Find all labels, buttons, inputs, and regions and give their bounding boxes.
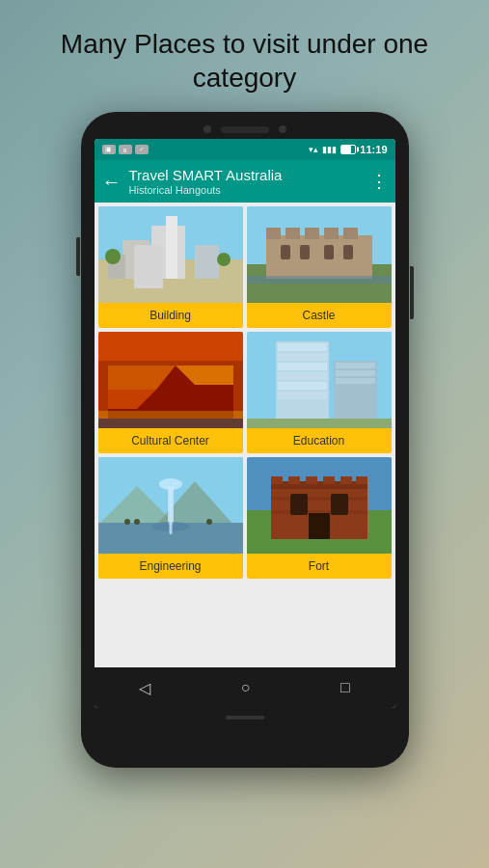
svg-rect-65 — [356, 476, 367, 484]
toolbar-title-group: Travel SMART Australia Historical Hangou… — [129, 167, 370, 196]
svg-rect-15 — [305, 228, 319, 239]
status-left-icons: ▣ a ✓ — [102, 145, 149, 154]
education-image — [247, 332, 392, 428]
svg-rect-22 — [247, 276, 392, 284]
fort-label: Fort — [247, 554, 392, 579]
svg-rect-38 — [278, 392, 327, 399]
power-button — [410, 266, 414, 319]
screen: ▣ a ✓ ▾▴ ▮▮▮ 11:19 ← Travel SMART Austra… — [95, 139, 395, 708]
svg-rect-67 — [331, 494, 348, 515]
castle-image — [247, 206, 392, 303]
engineering-label: Engineering — [98, 554, 243, 579]
svg-point-49 — [159, 478, 182, 490]
check-icon: ✓ — [135, 145, 149, 154]
app-subtitle: Historical Hangouts — [129, 184, 370, 196]
svg-rect-18 — [281, 245, 290, 259]
sensor — [279, 125, 286, 133]
sim-icon: ▣ — [102, 145, 116, 154]
grid-item-fort[interactable]: Fort — [247, 457, 392, 579]
cultural-image — [98, 332, 243, 428]
svg-rect-48 — [168, 486, 174, 525]
svg-rect-30 — [98, 419, 243, 428]
svg-rect-68 — [309, 513, 330, 539]
svg-rect-58 — [271, 497, 367, 501]
svg-rect-29 — [98, 411, 243, 419]
svg-rect-41 — [336, 370, 375, 376]
building-label: Building — [98, 303, 243, 328]
svg-rect-21 — [343, 245, 353, 259]
svg-rect-34 — [278, 353, 327, 361]
svg-rect-20 — [324, 245, 334, 259]
svg-rect-40 — [336, 363, 375, 368]
svg-rect-63 — [323, 476, 335, 484]
svg-point-8 — [136, 257, 148, 268]
earpiece — [221, 126, 269, 133]
grid-item-education[interactable]: Education — [247, 332, 392, 453]
svg-rect-66 — [290, 494, 308, 515]
building-image — [98, 206, 243, 303]
svg-point-51 — [124, 519, 130, 525]
svg-rect-33 — [278, 343, 327, 351]
svg-rect-39 — [334, 361, 377, 423]
front-camera — [204, 125, 211, 133]
svg-rect-36 — [278, 372, 327, 380]
svg-rect-64 — [340, 476, 352, 484]
phone-top-decor — [91, 125, 399, 133]
svg-rect-13 — [266, 228, 281, 239]
recent-nav-button[interactable]: □ — [340, 679, 350, 696]
svg-rect-4 — [122, 240, 149, 279]
status-right-icons: ▾▴ ▮▮▮ 11:19 — [309, 144, 387, 155]
svg-rect-5 — [195, 245, 219, 279]
more-options-button[interactable]: ⋮ — [370, 171, 388, 192]
svg-rect-14 — [285, 228, 300, 239]
grid-item-building[interactable]: Building — [98, 206, 243, 328]
grid-item-engineering[interactable]: Engineering — [98, 457, 243, 579]
page-headline: Many Places to visit under one category — [0, 27, 489, 95]
svg-point-52 — [134, 519, 140, 525]
navigation-bar: ◁ ○ □ — [95, 667, 395, 708]
svg-rect-3 — [166, 216, 177, 279]
status-time: 11:19 — [360, 144, 387, 155]
svg-rect-62 — [306, 476, 317, 484]
status-bar: ▣ a ✓ ▾▴ ▮▮▮ 11:19 — [95, 139, 395, 160]
svg-rect-57 — [271, 481, 367, 489]
content-area: Building — [95, 203, 395, 667]
wifi-icon: ▾▴ — [309, 145, 318, 154]
svg-rect-43 — [247, 419, 392, 428]
battery-icon — [340, 145, 356, 154]
engineering-image — [98, 457, 243, 554]
signal-icon: ▮▮▮ — [322, 145, 337, 154]
svg-point-7 — [105, 249, 121, 264]
svg-rect-61 — [288, 476, 300, 484]
svg-rect-37 — [278, 382, 327, 390]
home-nav-button[interactable]: ○ — [241, 679, 251, 696]
svg-point-9 — [217, 253, 231, 266]
svg-rect-35 — [278, 363, 327, 370]
app-toolbar: ← Travel SMART Australia Historical Hang… — [95, 160, 395, 203]
education-label: Education — [247, 428, 392, 453]
svg-point-50 — [151, 522, 190, 531]
svg-rect-60 — [271, 476, 283, 484]
grid-item-cultural[interactable]: Cultural Center — [98, 332, 243, 453]
svg-rect-47 — [98, 523, 243, 554]
phone-bottom-decor — [226, 716, 264, 719]
cultural-label: Cultural Center — [98, 428, 243, 453]
back-button[interactable]: ← — [102, 171, 122, 193]
back-nav-button[interactable]: ◁ — [139, 679, 150, 697]
svg-rect-19 — [300, 245, 310, 259]
svg-point-53 — [206, 519, 212, 525]
phone-shell: ▣ a ✓ ▾▴ ▮▮▮ 11:19 ← Travel SMART Austra… — [81, 112, 409, 768]
castle-label: Castle — [247, 303, 392, 328]
volume-button — [76, 237, 80, 276]
svg-rect-17 — [343, 228, 358, 239]
svg-rect-16 — [324, 228, 339, 239]
svg-rect-42 — [336, 378, 375, 384]
places-grid: Building — [98, 206, 392, 579]
grid-item-castle[interactable]: Castle — [247, 206, 392, 328]
app-title: Travel SMART Australia — [129, 167, 370, 184]
amazon-icon: a — [119, 145, 132, 154]
fort-image — [247, 457, 392, 554]
